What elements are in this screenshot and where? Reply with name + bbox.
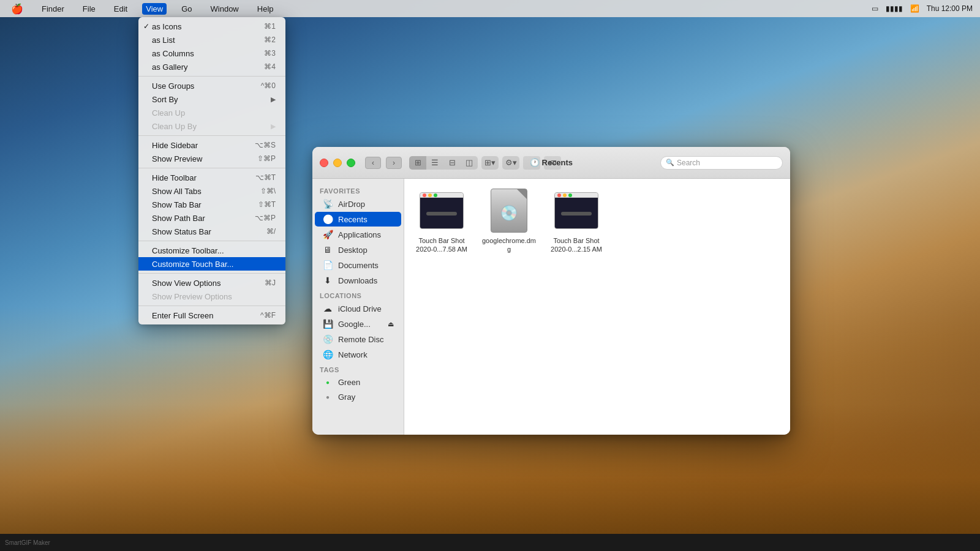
window-buttons [320, 159, 355, 167]
menu-show-all-tabs-shortcut: ⇧⌘\ [260, 187, 276, 195]
file-item-1[interactable]: Touch Bar Shot2020-0...7.58 AM [414, 189, 469, 254]
menu-show-view-options[interactable]: Show View Options ⌘J [138, 276, 285, 290]
menu-hide-toolbar[interactable]: Hide Toolbar ⌥⌘T [138, 171, 285, 184]
file-item-3[interactable]: Touch Bar Shot2020-0...2.15 AM [549, 189, 604, 254]
sidebar-item-downloads-label: Downloads [338, 276, 377, 285]
menu-hide-sidebar[interactable]: Hide Sidebar ⌥⌘S [138, 138, 285, 152]
sidebar-item-gray-tag[interactable]: ● Gray [315, 390, 401, 404]
edit-menu[interactable]: Edit [110, 3, 131, 15]
action-button[interactable]: ⚙▾ [502, 156, 519, 170]
sidebar-item-remote-disc-label: Remote Disc [338, 335, 383, 344]
separator-4 [138, 241, 285, 241]
sidebar-item-green-tag[interactable]: ● Green [315, 375, 401, 389]
menu-hide-toolbar-label: Hide Toolbar [152, 173, 197, 182]
sidebar-item-google[interactable]: 💾 Google... ⏏ [315, 317, 401, 331]
sidebar-item-downloads[interactable]: ⬇ Downloads [315, 273, 401, 288]
icon-view-button[interactable]: ⊞ [409, 156, 426, 170]
finder-title-text: Recents [542, 158, 573, 167]
separator-2 [138, 135, 285, 136]
menu-show-preview-shortcut: ⇧⌘P [257, 154, 276, 163]
menu-show-view-options-label: Show View Options [152, 279, 221, 288]
wifi-icon[interactable]: 📶 [910, 4, 919, 13]
sidebar-item-network[interactable]: 🌐 Network [315, 347, 401, 362]
menu-show-preview-options: Show Preview Options [138, 290, 285, 303]
separator-5 [138, 273, 285, 274]
file-name-1: Touch Bar Shot2020-0...7.58 AM [416, 236, 467, 254]
nav-forward-button[interactable]: › [386, 157, 402, 169]
file-menu[interactable]: File [79, 3, 99, 15]
gallery-view-button[interactable]: ◫ [461, 156, 478, 170]
menu-show-preview[interactable]: Show Preview ⇧⌘P [138, 152, 285, 165]
help-menu[interactable]: Help [254, 3, 277, 15]
sidebar-item-icloud-label: iCloud Drive [338, 304, 382, 313]
sidebar-item-applications-label: Applications [338, 230, 381, 239]
menu-as-columns[interactable]: as Columns ⌘3 [138, 47, 285, 60]
view-menu[interactable]: View [142, 3, 167, 15]
menu-customize-touch-bar[interactable]: Customize Touch Bar... [138, 257, 285, 271]
window-maximize-button[interactable] [347, 159, 355, 167]
clean-up-by-arrow-icon: ▶ [271, 122, 276, 130]
finder-body: Favorites 📡 AirDrop 🕐 Recents 🚀 Applicat… [312, 179, 790, 435]
file-name-3: Touch Bar Shot2020-0...2.15 AM [551, 236, 602, 254]
nav-back-button[interactable]: ‹ [365, 157, 381, 169]
sidebar-item-icloud[interactable]: ☁ iCloud Drive [315, 301, 401, 316]
sidebar-item-green-tag-label: Green [338, 378, 360, 387]
sidebar-item-applications[interactable]: 🚀 Applications [315, 227, 401, 242]
menu-use-groups[interactable]: Use Groups ^⌘0 [138, 79, 285, 92]
menubar-right: ▭ ▮▮▮▮ 📶 Thu 12:00 PM [872, 4, 973, 13]
menu-show-all-tabs-label: Show All Tabs [152, 187, 202, 196]
window-menu[interactable]: Window [207, 3, 243, 15]
list-view-button[interactable]: ☰ [426, 156, 443, 170]
menu-show-path-bar-label: Show Path Bar [152, 214, 205, 223]
arrange-group: ⊞▾ [481, 156, 499, 170]
file-name-2: googlechrome.dmg [482, 236, 536, 254]
sidebar-item-recents[interactable]: 🕐 Recents [315, 212, 401, 227]
menu-show-path-bar[interactable]: Show Path Bar ⌥⌘P [138, 211, 285, 225]
file-item-2[interactable]: 💿 googlechrome.dmg [481, 189, 537, 254]
search-placeholder: Search [677, 159, 700, 167]
screen-mirror-icon[interactable]: ▭ [872, 4, 878, 13]
window-close-button[interactable] [320, 159, 328, 167]
sidebar-item-network-label: Network [338, 350, 368, 359]
menu-use-groups-shortcut: ^⌘0 [261, 81, 276, 90]
finder-title-icon: 🕐 [530, 158, 540, 167]
google-drive-icon: 💾 [322, 319, 333, 329]
apple-menu[interactable]: 🍎 [7, 2, 27, 16]
arrange-button[interactable]: ⊞▾ [481, 156, 499, 170]
sidebar-item-google-label: Google... [338, 320, 371, 329]
column-view-button[interactable]: ⊟ [443, 156, 461, 170]
menu-enter-full-screen[interactable]: Enter Full Screen ^⌘F [138, 309, 285, 322]
menu-show-status-bar-label: Show Status Bar [152, 227, 211, 236]
google-eject-icon[interactable]: ⏏ [388, 320, 394, 328]
menu-as-gallery[interactable]: as Gallery ⌘4 [138, 60, 285, 73]
downloads-icon: ⬇ [322, 276, 333, 285]
finder-search-box[interactable]: 🔍 Search [660, 156, 783, 170]
separator-1 [138, 76, 285, 77]
sidebar-item-airdrop[interactable]: 📡 AirDrop [315, 197, 401, 211]
menu-show-status-bar[interactable]: Show Status Bar ⌘/ [138, 225, 285, 238]
sidebar-item-desktop[interactable]: 🖥 Desktop [315, 242, 401, 257]
sort-by-arrow-icon: ▶ [271, 96, 276, 103]
finder-content-area: Touch Bar Shot2020-0...7.58 AM 💿 googlec… [404, 179, 790, 435]
airdrop-icon: 📡 [322, 199, 333, 209]
menu-sort-by[interactable]: Sort By ▶ [138, 92, 285, 106]
menu-as-icons-label: as Icons [152, 22, 181, 31]
sidebar-item-recents-label: Recents [338, 215, 368, 224]
menu-as-list[interactable]: as List ⌘2 [138, 33, 285, 47]
finder-window: ‹ › ⊞ ☰ ⊟ ◫ ⊞▾ ⚙▾ ↑ 🏷 🕐 [312, 147, 790, 435]
window-minimize-button[interactable] [333, 159, 342, 167]
sidebar-item-remote-disc[interactable]: 💿 Remote Disc [315, 332, 401, 347]
menu-as-icons[interactable]: ✓ as Icons ⌘1 [138, 20, 285, 33]
menu-show-all-tabs[interactable]: Show All Tabs ⇧⌘\ [138, 184, 285, 198]
menu-show-view-options-shortcut: ⌘J [265, 279, 276, 287]
menu-as-columns-shortcut: ⌘3 [264, 49, 276, 58]
menu-customize-toolbar[interactable]: Customize Toolbar... [138, 244, 285, 257]
menu-enter-full-screen-label: Enter Full Screen [152, 311, 213, 320]
menu-show-tab-bar[interactable]: Show Tab Bar ⇧⌘T [138, 198, 285, 211]
finder-menu[interactable]: Finder [38, 3, 68, 15]
separator-6 [138, 305, 285, 306]
search-icon: 🔍 [666, 159, 674, 167]
view-options-group: ⊞ ☰ ⊟ ◫ [409, 156, 478, 170]
go-menu[interactable]: Go [178, 3, 195, 15]
sidebar-item-documents[interactable]: 📄 Documents [315, 258, 401, 272]
